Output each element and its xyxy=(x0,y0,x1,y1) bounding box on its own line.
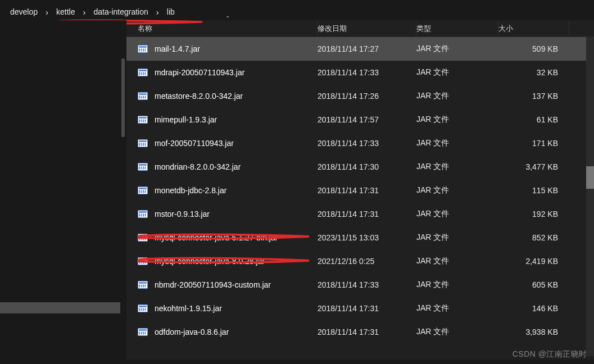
file-size: 852 KB xyxy=(498,233,569,242)
file-row[interactable]: mdrapi-200507110943.jar2018/11/14 17:33J… xyxy=(126,61,594,84)
file-size: 171 KB xyxy=(498,139,569,148)
jar-file-icon xyxy=(138,92,148,100)
svg-rect-53 xyxy=(145,238,146,240)
file-date: 2021/12/16 0:25 xyxy=(318,257,416,266)
file-name-cell: mimepull-1.9.3.jar xyxy=(138,115,318,124)
svg-rect-73 xyxy=(139,329,147,331)
svg-rect-67 xyxy=(139,306,147,307)
file-name-cell: monetdb-jdbc-2.8.jar xyxy=(138,186,318,195)
breadcrumb-item-develop[interactable]: develop xyxy=(7,6,41,17)
file-type: JAR 文件 xyxy=(416,67,498,78)
file-name-cell: mysql-connector-java-5.1.27-bin.jar xyxy=(138,233,318,242)
svg-rect-14 xyxy=(139,96,140,99)
svg-rect-32 xyxy=(139,167,140,170)
file-row[interactable]: odfdom-java-0.8.6.jar2018/11/14 17:31JAR… xyxy=(126,320,594,344)
svg-rect-27 xyxy=(141,143,142,146)
right-scrollbar-track[interactable] xyxy=(586,37,594,356)
svg-rect-21 xyxy=(141,120,142,122)
file-row[interactable]: mysql-connector-java-8.0.28.jar2021/12/1… xyxy=(126,249,594,273)
svg-rect-74 xyxy=(139,332,140,335)
svg-rect-11 xyxy=(145,72,146,75)
column-header-date[interactable]: 修改日期 xyxy=(318,20,416,37)
nav-selected-item[interactable] xyxy=(0,302,120,313)
file-date: 2023/11/15 13:03 xyxy=(318,233,416,242)
svg-rect-19 xyxy=(139,117,147,119)
column-header-name-label: 名称 xyxy=(138,24,152,34)
file-date: 2018/11/14 17:33 xyxy=(318,139,416,148)
file-row[interactable]: mstor-0.9.13.jar2018/11/14 17:31JAR 文件19… xyxy=(126,202,594,226)
breadcrumb-item-kettle[interactable]: kettle xyxy=(53,6,78,17)
file-name-cell: mdrapi-200507110943.jar xyxy=(138,68,318,77)
svg-rect-56 xyxy=(139,261,140,264)
file-row[interactable]: mail-1.4.7.jar2018/11/14 17:27JAR 文件509 … xyxy=(126,37,594,61)
chevron-right-icon: › xyxy=(42,7,52,17)
file-name-cell: mysql-connector-java-8.0.28.jar xyxy=(138,257,318,266)
svg-rect-46 xyxy=(143,214,144,217)
svg-rect-1 xyxy=(139,46,147,48)
file-type: JAR 文件 xyxy=(416,91,498,101)
file-size: 3,938 KB xyxy=(498,327,569,336)
file-type: JAR 文件 xyxy=(416,44,498,54)
file-list-pane: 名称 ⌃ 修改日期 类型 大小 mail-1.4.7.jar2018/11/14… xyxy=(126,20,594,360)
svg-rect-33 xyxy=(141,167,142,170)
navigation-pane[interactable] xyxy=(0,20,126,360)
file-date: 2018/11/14 17:31 xyxy=(318,210,416,219)
file-row[interactable]: monetdb-jdbc-2.8.jar2018/11/14 17:31JAR … xyxy=(126,179,594,202)
file-size: 61 KB xyxy=(498,115,569,124)
file-name: odfdom-java-0.8.6.jar xyxy=(155,327,229,336)
right-scrollbar-thumb[interactable] xyxy=(586,166,594,189)
file-name: mof-200507110943.jar xyxy=(155,139,234,148)
file-row[interactable]: mimepull-1.9.3.jar2018/11/14 17:57JAR 文件… xyxy=(126,108,594,131)
file-type: JAR 文件 xyxy=(416,303,498,313)
column-header-size[interactable]: 大小 xyxy=(498,20,569,37)
file-name: mysql-connector-java-5.1.27-bin.jar xyxy=(155,233,278,242)
chevron-right-icon: › xyxy=(153,7,162,17)
svg-rect-39 xyxy=(141,190,142,193)
jar-file-icon xyxy=(138,163,148,171)
svg-rect-64 xyxy=(143,285,144,288)
file-size: 192 KB xyxy=(498,210,569,219)
file-type: JAR 文件 xyxy=(416,280,498,290)
file-type: JAR 文件 xyxy=(416,256,498,266)
svg-rect-76 xyxy=(143,332,144,335)
column-header-type[interactable]: 类型 xyxy=(416,20,498,37)
file-row[interactable]: nekohtml-1.9.15.jar2018/11/14 17:31JAR 文… xyxy=(126,297,594,320)
svg-rect-22 xyxy=(143,120,144,122)
file-size: 3,477 KB xyxy=(498,162,569,171)
file-type: JAR 文件 xyxy=(416,327,498,337)
main-area: 名称 ⌃ 修改日期 类型 大小 mail-1.4.7.jar2018/11/14… xyxy=(0,20,594,360)
file-list[interactable]: mail-1.4.7.jar2018/11/14 17:27JAR 文件509 … xyxy=(126,37,594,360)
svg-rect-25 xyxy=(139,140,147,142)
file-name-cell: nekohtml-1.9.15.jar xyxy=(138,304,318,313)
file-date: 2018/11/14 17:31 xyxy=(318,186,416,195)
file-date: 2018/11/14 17:30 xyxy=(318,162,416,171)
jar-file-icon xyxy=(138,69,148,76)
svg-rect-20 xyxy=(139,120,140,122)
svg-rect-28 xyxy=(143,143,144,146)
svg-rect-35 xyxy=(145,167,146,170)
sort-indicator-icon: ⌃ xyxy=(225,15,230,21)
svg-rect-9 xyxy=(141,72,142,75)
file-name-cell: metastore-8.2.0.0-342.jar xyxy=(138,92,318,101)
file-name: mimepull-1.9.3.jar xyxy=(155,115,217,124)
file-size: 115 KB xyxy=(498,186,569,195)
column-header-name[interactable]: 名称 ⌃ xyxy=(138,20,318,37)
svg-rect-10 xyxy=(143,72,144,75)
file-row[interactable]: mondrian-8.2.0.0-342.jar2018/11/14 17:30… xyxy=(126,155,594,179)
file-row[interactable]: mysql-connector-java-5.1.27-bin.jar2023/… xyxy=(126,226,594,249)
file-date: 2018/11/14 17:26 xyxy=(318,92,416,101)
file-row[interactable]: mof-200507110943.jar2018/11/14 17:33JAR … xyxy=(126,131,594,155)
svg-rect-55 xyxy=(139,258,147,260)
file-name-cell: mof-200507110943.jar xyxy=(138,139,318,148)
svg-rect-15 xyxy=(141,96,142,99)
file-date: 2018/11/14 17:27 xyxy=(318,44,416,53)
file-name-cell: nbmdr-200507110943-custom.jar xyxy=(138,280,318,289)
breadcrumb-item-data-integration[interactable]: data-integration xyxy=(90,6,152,17)
breadcrumb-item-lib[interactable]: lib xyxy=(164,6,178,17)
file-row[interactable]: nbmdr-200507110943-custom.jar2018/11/14 … xyxy=(126,273,594,297)
file-row[interactable]: metastore-8.2.0.0-342.jar2018/11/14 17:2… xyxy=(126,84,594,108)
file-name: mondrian-8.2.0.0-342.jar xyxy=(155,162,241,171)
jar-file-icon xyxy=(138,234,148,242)
left-scrollbar-thumb[interactable] xyxy=(121,58,125,137)
file-size: 32 KB xyxy=(498,68,569,77)
